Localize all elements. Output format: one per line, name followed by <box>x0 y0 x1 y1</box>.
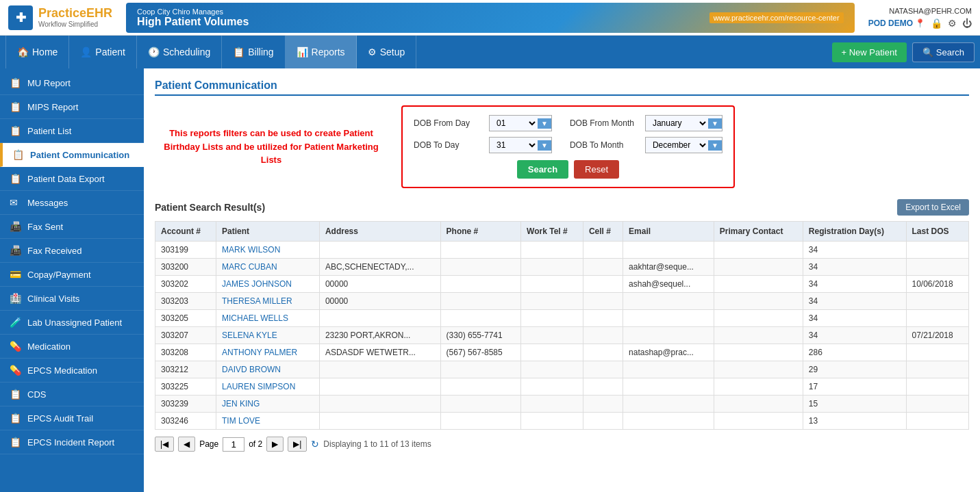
export-excel-button[interactable]: Export to Excel <box>897 199 969 216</box>
cell-patient[interactable]: TIM LOVE <box>216 413 319 430</box>
nav-home[interactable]: 🏠 Home <box>5 36 69 68</box>
sidebar-item-copay-payment[interactable]: 💳 Copay/Payment <box>0 263 144 287</box>
cell-patient[interactable]: JAMES JOHNSON <box>216 276 319 293</box>
cell-patient[interactable]: ANTHONY PALMER <box>216 344 319 361</box>
cell-reg-days: 13 <box>803 413 906 430</box>
cell-patient[interactable]: MICHAEL WELLS <box>216 310 319 327</box>
banner: Coop City Chiro Manages High Patient Vol… <box>126 3 855 33</box>
refresh-icon[interactable]: ↻ <box>311 439 319 450</box>
table-row: 303205 MICHAEL WELLS 34 <box>155 310 969 327</box>
sidebar-item-label: Patient Communication <box>30 150 129 160</box>
cell-primary-contact <box>714 396 803 413</box>
nav-actions: + New Patient 🔍 Search <box>832 42 975 62</box>
cell-phone <box>440 259 520 276</box>
sidebar-item-label: Messages <box>27 198 68 208</box>
table-row: 303199 MARK WILSON 34 <box>155 242 969 259</box>
cell-patient[interactable]: LAUREN SIMPSON <box>216 378 319 396</box>
reset-button[interactable]: Reset <box>574 160 619 179</box>
sidebar-item-epcs-audit-trail[interactable]: 📋 EPCS Audit Trail <box>0 406 144 430</box>
dob-from-day-select[interactable]: 0102030405 0607080910 1112131415 1617181… <box>490 116 538 131</box>
top-icons: POD DEMO 📍 🔒 ⚙ ⏻ <box>868 18 972 29</box>
cell-reg-days: 34 <box>803 276 906 293</box>
medication-icon: 💊 <box>10 341 22 352</box>
cell-patient[interactable]: JEN KING <box>216 396 319 413</box>
prev-page-button[interactable]: ◀ <box>178 437 195 452</box>
cell-phone <box>440 242 520 259</box>
sidebar-item-clinical-visits[interactable]: 🏥 Clinical Visits <box>0 287 144 311</box>
cell-address <box>319 242 440 259</box>
sidebar-item-fax-sent[interactable]: 📠 Fax Sent <box>0 215 144 239</box>
cell-patient[interactable]: SELENA KYLE <box>216 327 319 344</box>
col-email: Email <box>623 222 714 242</box>
lock-icon[interactable]: 🔒 <box>931 18 942 29</box>
cell-patient[interactable]: THERESA MILLER <box>216 293 319 310</box>
cell-primary-contact <box>714 327 803 344</box>
cell-phone <box>440 378 520 396</box>
dob-from-day-wrapper[interactable]: 0102030405 0607080910 1112131415 1617181… <box>489 115 552 131</box>
cell-account: 303203 <box>155 293 216 310</box>
sidebar-item-lab-unassigned-patient[interactable]: 🧪 Lab Unassigned Patient <box>0 311 144 335</box>
cds-icon: 📋 <box>10 389 22 400</box>
cell-phone <box>440 396 520 413</box>
nav-setup[interactable]: ⚙ Setup <box>357 36 417 68</box>
nav-scheduling[interactable]: 🕐 Scheduling <box>137 36 222 68</box>
cell-primary-contact <box>714 242 803 259</box>
cell-email <box>623 413 714 430</box>
cell-cell <box>583 293 623 310</box>
top-bar: ✚ PracticeEHR Workflow Simplified Coop C… <box>0 0 980 36</box>
nav-reports[interactable]: 📊 Reports <box>286 36 357 68</box>
sidebar-item-patient-data-export[interactable]: 📋 Patient Data Export <box>0 167 144 191</box>
next-page-button[interactable]: ▶ <box>266 437 284 452</box>
col-work-tel: Work Tel # <box>521 222 583 242</box>
cell-work-tel <box>521 327 583 344</box>
first-page-button[interactable]: |◀ <box>155 437 174 452</box>
sidebar-item-epcs-medication[interactable]: 💊 EPCS Medication <box>0 359 144 383</box>
cell-patient[interactable]: DAIVD BROWN <box>216 361 319 378</box>
dob-from-month-select[interactable]: JanuaryFebruaryMarchApril MayJuneJulyAug… <box>646 116 708 131</box>
table-row: 303202 JAMES JOHNSON 00000 ashah@sequel.… <box>155 276 969 293</box>
fax-sent-icon: 📠 <box>10 221 22 232</box>
cell-patient[interactable]: MARK WILSON <box>216 242 319 259</box>
sidebar-item-messages[interactable]: ✉ Messages <box>0 191 144 215</box>
nav-scheduling-label: Scheduling <box>163 47 210 57</box>
search-button[interactable]: Search <box>517 160 568 179</box>
dob-to-day-select[interactable]: 0102030405 0607080910 1112131415 1617181… <box>490 138 538 153</box>
nav-billing[interactable]: 📋 Billing <box>222 36 285 68</box>
sidebar-item-mu-report[interactable]: 📋 MU Report <box>0 71 144 95</box>
results-header: Patient Search Result(s) Export to Excel <box>155 199 969 216</box>
sidebar-item-fax-received[interactable]: 📠 Fax Received <box>0 239 144 263</box>
cell-primary-contact <box>714 259 803 276</box>
dob-to-month-select[interactable]: JanuaryFebruaryMarchApril MayJuneJulyAug… <box>646 138 708 153</box>
cell-phone <box>440 310 520 327</box>
copay-icon: 💳 <box>10 269 22 280</box>
cell-last-dos <box>906 344 968 361</box>
sidebar-item-medication[interactable]: 💊 Medication <box>0 335 144 359</box>
logo-text: PracticeEHR Workflow Simplified <box>38 7 112 28</box>
cell-address: ABC,SCHENECTADY,... <box>319 259 440 276</box>
dob-to-month-wrapper[interactable]: JanuaryFebruaryMarchApril MayJuneJulyAug… <box>645 137 723 153</box>
cell-work-tel <box>521 378 583 396</box>
nav-home-label: Home <box>32 47 58 57</box>
new-patient-button[interactable]: + New Patient <box>832 42 907 62</box>
nav-patient[interactable]: 👤 Patient <box>69 36 137 68</box>
sidebar-item-cds[interactable]: 📋 CDS <box>0 383 144 406</box>
cell-patient[interactable]: MARC CUBAN <box>216 259 319 276</box>
table-row: 303208 ANTHONY PALMER ASDASDF WETWETR...… <box>155 344 969 361</box>
sidebar-item-mips-report[interactable]: 📋 MIPS Report <box>0 95 144 119</box>
cell-email <box>623 310 714 327</box>
cell-work-tel <box>521 413 583 430</box>
dob-to-day-wrapper[interactable]: 0102030405 0607080910 1112131415 1617181… <box>489 137 552 153</box>
last-page-button[interactable]: ▶| <box>288 437 307 452</box>
sidebar-item-label: Fax Sent <box>27 222 63 232</box>
cell-email: aakhtar@seque... <box>623 259 714 276</box>
sidebar-item-patient-communication[interactable]: 📋 Patient Communication <box>0 143 144 167</box>
mu-report-icon: 📋 <box>10 77 22 88</box>
search-nav-button[interactable]: 🔍 Search <box>912 42 975 62</box>
power-icon[interactable]: ⏻ <box>962 18 972 29</box>
epcs-med-icon: 💊 <box>10 365 22 376</box>
dob-from-month-wrapper[interactable]: JanuaryFebruaryMarchApril MayJuneJulyAug… <box>645 115 723 131</box>
sidebar-item-epcs-incident-report[interactable]: 📋 EPCS Incident Report <box>0 430 144 454</box>
page-number-input[interactable] <box>223 437 244 452</box>
sidebar-item-patient-list[interactable]: 📋 Patient List <box>0 119 144 143</box>
gear-icon[interactable]: ⚙ <box>948 18 957 29</box>
